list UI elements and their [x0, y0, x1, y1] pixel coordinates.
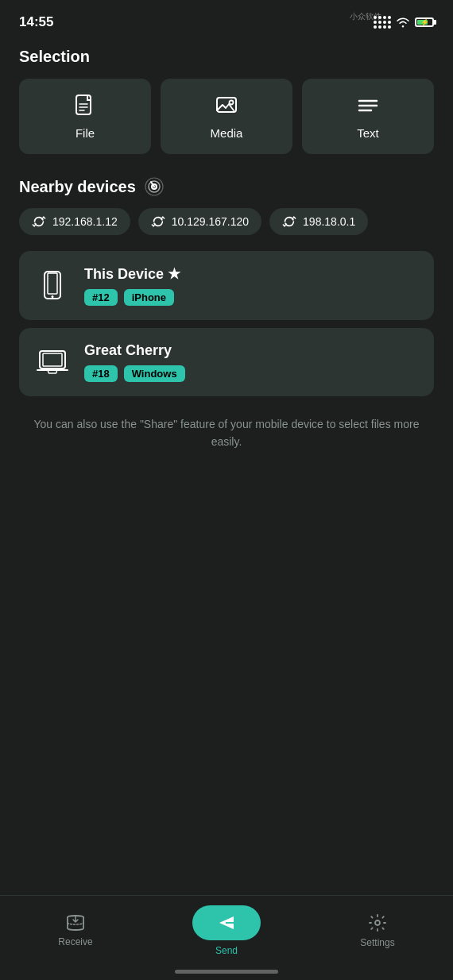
device-card-1[interactable]: Great Cherry #18 Windows — [19, 328, 434, 396]
file-icon — [72, 93, 98, 118]
sync-icon-2 — [282, 214, 296, 229]
main-content: Selection File Media — [0, 40, 453, 451]
ip-address-2: 198.18.0.1 — [303, 215, 355, 228]
device-name-0: This Device ★ — [84, 265, 418, 283]
device-tags-0: #12 iPhone — [84, 289, 418, 306]
home-indicator — [175, 970, 278, 974]
battery-icon: ⚡ — [415, 17, 434, 27]
text-button[interactable]: Text — [302, 79, 434, 154]
send-label: Send — [215, 945, 238, 956]
svg-rect-13 — [45, 272, 60, 299]
selection-title: Selection — [19, 48, 434, 66]
device-tag-type-0: iPhone — [124, 289, 174, 306]
radar-icon — [144, 176, 165, 197]
device-tags-1: #18 Windows — [84, 365, 418, 382]
device-tag-id-0: #12 — [84, 289, 118, 306]
send-icon — [218, 915, 235, 931]
device-name-1: Great Cherry — [84, 342, 418, 359]
status-bar: 14:55 小众软件 ⚡ — [0, 0, 453, 40]
svg-point-12 — [152, 184, 157, 189]
settings-label: Settings — [360, 937, 394, 948]
ip-chip-0[interactable]: 192.168.1.12 — [19, 208, 130, 235]
ip-list: 192.168.1.12 10.129.167.120 198.18.0.1 — [19, 208, 434, 235]
svg-point-5 — [230, 101, 234, 105]
device-tag-type-1: Windows — [124, 365, 185, 382]
nav-item-settings[interactable]: Settings — [302, 913, 453, 948]
sync-icon-0 — [32, 214, 46, 229]
nearby-title: Nearby devices — [19, 178, 136, 196]
media-label: Media — [211, 126, 243, 140]
sync-icon-1 — [151, 214, 165, 229]
info-text: You can also use the "Share" feature of … — [19, 415, 434, 451]
svg-rect-14 — [48, 273, 57, 294]
send-button[interactable] — [192, 905, 261, 940]
wifi-icon — [396, 17, 410, 28]
selection-grid: File Media Text — [19, 79, 434, 154]
svg-point-20 — [375, 920, 380, 925]
device-tag-id-1: #18 — [84, 365, 118, 382]
ip-chip-1[interactable]: 10.129.167.120 — [138, 208, 261, 235]
status-icons: ⚡ — [374, 16, 434, 29]
nav-item-receive[interactable]: Receive — [0, 914, 151, 947]
status-time: 14:55 — [19, 14, 53, 30]
laptop-icon — [35, 345, 70, 380]
device-info-0: This Device ★ #12 iPhone — [84, 265, 418, 306]
watermark: 小众软件 — [350, 8, 381, 22]
media-button[interactable]: Media — [161, 79, 292, 154]
ip-address-0: 192.168.1.12 — [52, 215, 118, 228]
nav-item-send[interactable]: Send — [151, 905, 302, 956]
file-label: File — [76, 126, 95, 140]
device-info-1: Great Cherry #18 Windows — [84, 342, 418, 382]
ip-address-1: 10.129.167.120 — [172, 215, 249, 228]
receive-icon — [65, 914, 86, 932]
bottom-nav: Receive Send Settings — [0, 895, 453, 980]
device-card-0[interactable]: This Device ★ #12 iPhone — [19, 251, 434, 320]
media-icon — [214, 93, 239, 118]
text-icon — [355, 93, 381, 118]
file-button[interactable]: File — [19, 79, 151, 154]
ip-chip-2[interactable]: 198.18.0.1 — [269, 208, 368, 235]
text-label: Text — [357, 126, 379, 140]
phone-icon — [35, 268, 70, 303]
svg-rect-17 — [43, 353, 62, 366]
device-list: This Device ★ #12 iPhone Great Cherry #1… — [19, 251, 434, 396]
nearby-devices-header: Nearby devices — [19, 176, 434, 197]
settings-icon — [368, 913, 387, 932]
svg-point-15 — [52, 295, 54, 298]
svg-rect-0 — [76, 95, 91, 114]
receive-label: Receive — [58, 936, 92, 947]
